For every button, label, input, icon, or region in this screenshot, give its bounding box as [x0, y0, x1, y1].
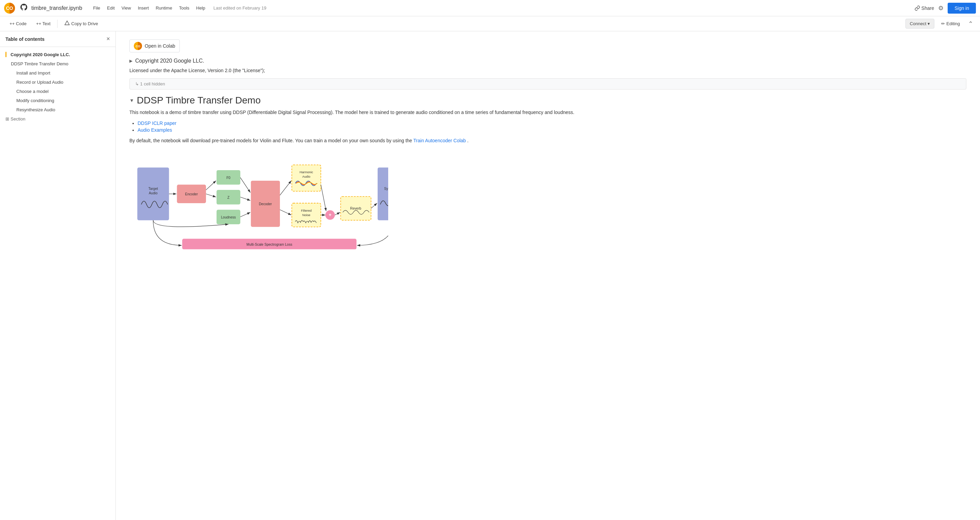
audio-examples-link[interactable]: Audio Examples [138, 127, 172, 133]
last-edited: Last edited on February 19 [213, 5, 266, 11]
svg-text:Noise: Noise [302, 213, 310, 217]
toc-item-resynthesize[interactable]: Resynthesize Audio [0, 105, 115, 114]
share-button[interactable]: Share [915, 5, 934, 11]
diagram-svg: Target Audio Encoder F0 Z Loudness Deco [129, 152, 388, 251]
architecture-diagram: Target Audio Encoder F0 Z Loudness Deco [129, 152, 966, 252]
top-right-actions: Share ⚙ Sign in [915, 3, 976, 14]
by-default-paragraph: By default, the notebook will download p… [129, 137, 966, 144]
colab-badge-logo: CO [134, 42, 142, 50]
toc-section[interactable]: ⊞ Section [0, 114, 115, 124]
arrow-target-multiscale [153, 220, 182, 246]
ddsp-toggle-button[interactable]: ▼ [129, 98, 134, 103]
ddsp-section-header: ▼ DDSP Timbre Transfer Demo [129, 95, 966, 106]
triangle-icon[interactable]: ▶ [129, 59, 132, 63]
menu-tools[interactable]: Tools [177, 4, 192, 12]
link-item-audio: Audio Examples [138, 127, 966, 133]
svg-marker-4 [65, 21, 70, 25]
add-text-button[interactable]: + + Text [32, 19, 54, 28]
synthesized-audio-block [378, 167, 388, 220]
github-icon [21, 4, 27, 12]
toc-item-copyright[interactable]: Copyright 2020 Google LLC. [0, 50, 115, 59]
arrow-decoder-harmonic [280, 181, 291, 195]
arrow-encoder-f0 [206, 181, 216, 190]
intro-paragraph: This notebook is a demo of timbre transf… [129, 109, 966, 116]
svg-text:CO: CO [6, 5, 13, 11]
sign-in-button[interactable]: Sign in [948, 3, 976, 14]
add-code-button[interactable]: + + Code [5, 19, 31, 28]
arrow-plus-reverb [335, 212, 340, 215]
sidebar-header: Table of contents × [0, 31, 115, 47]
decoder-label: Decoder [259, 202, 272, 206]
encoder-label: Encoder [185, 192, 198, 196]
synthesized-audio-label: Synthesized [384, 187, 388, 190]
plus-symbol: + [329, 212, 331, 218]
arrow-f0-decoder [240, 178, 250, 193]
menu-edit[interactable]: Edit [104, 4, 117, 12]
colab-logo: CO [4, 3, 15, 14]
svg-text:Audio: Audio [302, 175, 310, 178]
toc-item-ddsp[interactable]: DDSP Timbre Transfer Demo [0, 59, 115, 68]
multi-scale-label: Multi-Scale Spectrogram Loss [247, 243, 292, 246]
links-list: DDSP ICLR paper Audio Examples [129, 120, 966, 133]
pencil-icon: ✏ [941, 21, 945, 26]
loudness-label: Loudness [221, 216, 236, 219]
f0-label: F0 [226, 176, 231, 180]
plus-section-icon: ⊞ [5, 116, 9, 122]
ddsp-paper-link[interactable]: DDSP ICLR paper [138, 120, 177, 126]
filtered-noise-label: Filtered [301, 209, 312, 213]
sidebar: Table of contents × Copyright 2020 Googl… [0, 31, 116, 520]
link-item-ddsp: DDSP ICLR paper [138, 120, 966, 126]
menu-view[interactable]: View [119, 4, 134, 12]
orange-indicator [5, 52, 6, 57]
arrow-decoder-filtered [280, 209, 291, 215]
harmonic-audio-label: Harmonic [300, 171, 313, 174]
plus-code-icon: + [10, 21, 12, 26]
train-autoencoder-link[interactable]: Train Autoencoder Colab [414, 138, 466, 143]
toc-item-modify[interactable]: Modify conditioning [0, 96, 115, 105]
notebook-title: timbre_transfer.ipynb [31, 5, 82, 11]
main-layout: Table of contents × Copyright 2020 Googl… [0, 31, 980, 520]
copy-to-drive-button[interactable]: Copy to Drive [60, 18, 102, 29]
colab-badge-text: Open in Colab [145, 43, 175, 49]
settings-icon[interactable]: ⚙ [938, 5, 943, 12]
menu-bar: File Edit View Insert Runtime Tools Help [90, 4, 208, 12]
arrow-reverb-synthesized [371, 203, 377, 209]
reverb-label: Reverb [350, 206, 361, 210]
toolbar: + + Code + + Text Copy to Drive Connect … [0, 16, 980, 31]
toc-item-choose[interactable]: Choose a model [0, 87, 115, 96]
content-area: CO Open in Colab ▶ Copyright 2020 Google… [116, 31, 980, 520]
toc-item-record[interactable]: Record or Upload Audio [0, 78, 115, 87]
svg-text:CO: CO [135, 44, 140, 48]
copyright-text: Licensed under the Apache License, Versi… [129, 67, 966, 74]
hidden-cells-indicator[interactable]: ↳ 1 cell hidden [129, 78, 966, 89]
menu-insert[interactable]: Insert [135, 4, 152, 12]
arrow-z-decoder [240, 197, 250, 200]
svg-text:Audio: Audio [149, 191, 158, 195]
copyright-heading: ▶ Copyright 2020 Google LLC. [129, 58, 966, 64]
editing-button[interactable]: ✏ Editing [937, 19, 964, 28]
collapse-button[interactable]: ⌃ [967, 19, 975, 29]
ddsp-section-title: DDSP Timbre Transfer Demo [137, 95, 261, 106]
menu-runtime[interactable]: Runtime [153, 4, 175, 12]
sidebar-title: Table of contents [5, 36, 45, 42]
plus-text-icon: + [36, 21, 39, 26]
menu-file[interactable]: File [90, 4, 103, 12]
arrow-synthesized-multiscale [357, 220, 388, 246]
top-bar: CO timbre_transfer.ipynb File Edit View … [0, 0, 980, 16]
arrow-loudness-decoder [240, 212, 250, 217]
chevron-down-icon: ▾ [928, 21, 930, 26]
copyright-cell: ▶ Copyright 2020 Google LLC. Licensed un… [129, 58, 966, 89]
toc-content: Copyright 2020 Google LLC. DDSP Timbre T… [0, 47, 115, 126]
toc-item-install[interactable]: Install and Import [0, 68, 115, 78]
sidebar-close-button[interactable]: × [106, 35, 110, 43]
target-audio-label: Target [148, 187, 158, 190]
arrow-encoder-z [206, 194, 216, 197]
arrow-harmonic-plus [321, 185, 326, 211]
connect-button[interactable]: Connect ▾ [905, 19, 934, 29]
colab-badge[interactable]: CO Open in Colab [129, 40, 180, 52]
toolbar-separator [57, 20, 57, 28]
z-label: Z [228, 196, 229, 200]
drive-icon [64, 21, 70, 27]
hidden-cells-text: ↳ 1 cell hidden [135, 81, 165, 86]
menu-help[interactable]: Help [193, 4, 208, 12]
